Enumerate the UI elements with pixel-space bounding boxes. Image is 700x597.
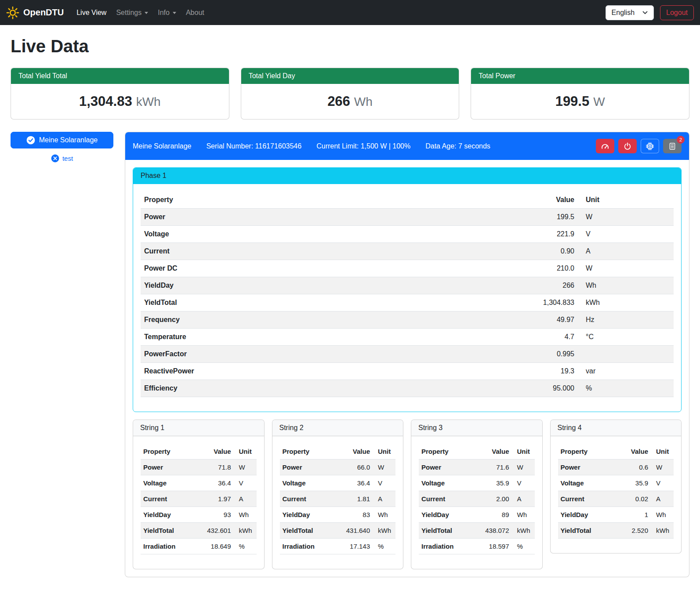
- unit-cell: W: [578, 260, 674, 277]
- value-cell: 49.97: [521, 311, 578, 329]
- property-cell: Voltage: [141, 475, 199, 491]
- table-row: YieldDay89Wh: [419, 507, 535, 523]
- inverter-select-label: Meine Solaranlage: [39, 136, 98, 144]
- property-cell: YieldTotal: [141, 294, 521, 311]
- value-cell: 36.4: [199, 475, 234, 491]
- value-text: 1,304.83: [79, 94, 132, 109]
- table-row: Power71.8W: [141, 460, 257, 475]
- property-cell: Voltage: [280, 475, 339, 491]
- unit-header: Unit: [373, 444, 395, 460]
- property-cell: YieldTotal: [419, 523, 478, 539]
- unit-cell: var: [578, 363, 674, 380]
- value-header: Value: [199, 444, 234, 460]
- phase-card-title: Phase 1: [133, 168, 681, 184]
- property-header: Property: [141, 444, 199, 460]
- inverter-data-age: Data Age: 7 seconds: [425, 142, 490, 150]
- nav-item-about[interactable]: About: [181, 5, 209, 20]
- inverter-item-test[interactable]: test: [11, 154, 113, 163]
- unit-cell: %: [512, 539, 535, 554]
- unit-cell: V: [512, 475, 535, 491]
- property-cell: Current: [280, 491, 339, 507]
- nav-item-label: Live View: [76, 9, 106, 17]
- device-info-button[interactable]: [641, 139, 659, 153]
- property-cell: Temperature: [141, 329, 521, 346]
- inverter-select-button[interactable]: Meine Solaranlage: [11, 132, 113, 148]
- cpu-icon: [646, 142, 654, 151]
- table-row: Current1.97A: [141, 491, 257, 507]
- unit-header: Unit: [578, 192, 674, 209]
- journal-icon: [668, 142, 676, 150]
- nav-item-live-view[interactable]: Live View: [72, 5, 111, 20]
- table-row: Irradiation18.597%: [419, 539, 535, 554]
- unit-cell: Wh: [512, 507, 535, 523]
- main-content: Live Data Total Yield Total 1,304.83kWh …: [0, 25, 700, 589]
- chevron-down-icon: [145, 12, 148, 14]
- inverter-name: Meine Solaranlage: [133, 142, 191, 150]
- property-cell: YieldDay: [141, 507, 199, 523]
- nav-item-settings[interactable]: Settings: [111, 5, 153, 20]
- table-row: YieldDay266Wh: [141, 277, 674, 294]
- table-row: Voltage221.9V: [141, 226, 674, 243]
- unit-cell: kWh: [578, 294, 674, 311]
- table-header-row: Property Value Unit: [419, 444, 535, 460]
- property-cell: Frequency: [141, 311, 521, 329]
- value-cell: 1.81: [338, 491, 373, 507]
- value-cell: 0.02: [617, 491, 651, 507]
- power-control-button[interactable]: [618, 139, 637, 153]
- unit-cell: A: [578, 243, 674, 260]
- navbar: OpenDTU Live View Settings Info About En…: [0, 0, 700, 25]
- unit-header: Unit: [651, 444, 674, 460]
- unit-cell: V: [373, 475, 395, 491]
- brand[interactable]: OpenDTU: [6, 6, 64, 19]
- value-header: Value: [338, 444, 373, 460]
- table-row: YieldTotal1,304.833kWh: [141, 294, 674, 311]
- navbar-right: English Logout: [606, 5, 694, 20]
- value-cell: 89: [478, 507, 512, 523]
- logout-button[interactable]: Logout: [660, 5, 694, 20]
- nav-item-info[interactable]: Info: [153, 5, 181, 20]
- unit-header: Unit: [512, 444, 535, 460]
- power-icon: [624, 142, 631, 150]
- table-row: Current1.81A: [280, 491, 396, 507]
- value-header: Value: [478, 444, 512, 460]
- unit-cell: Wh: [578, 277, 674, 294]
- table-row: Power DC210.0W: [141, 260, 674, 277]
- value-cell: 36.4: [338, 475, 373, 491]
- nav-item-label: Info: [158, 9, 170, 17]
- table-row: YieldDay83Wh: [280, 507, 396, 523]
- table-row: YieldTotal432.601kWh: [141, 523, 257, 539]
- value-cell: 2.00: [478, 491, 512, 507]
- property-cell: ReactivePower: [141, 363, 521, 380]
- limit-settings-button[interactable]: [596, 139, 614, 153]
- property-header: Property: [141, 192, 521, 209]
- chevron-down-icon: [173, 12, 176, 14]
- nav-item-label: Settings: [116, 9, 141, 17]
- card-title: Total Yield Day: [241, 68, 459, 84]
- value-cell: 1: [617, 507, 651, 523]
- table-row: Power66.0W: [280, 460, 396, 475]
- string-card-title: String 2: [272, 420, 403, 436]
- property-cell: Irradiation: [419, 539, 478, 554]
- property-cell: Power: [558, 460, 617, 475]
- inverter-serial: Serial Number: 116171603546: [206, 142, 301, 150]
- table-row: Irradiation18.649%: [141, 539, 257, 554]
- table-row: Power199.5W: [141, 209, 674, 226]
- card-value: 199.5W: [471, 84, 689, 119]
- property-cell: Current: [558, 491, 617, 507]
- property-header: Property: [280, 444, 339, 460]
- unit-header: Unit: [234, 444, 257, 460]
- language-select[interactable]: English: [606, 5, 654, 20]
- unit-cell: %: [373, 539, 395, 554]
- nav-item-label: About: [186, 9, 204, 17]
- property-cell: Power DC: [141, 260, 521, 277]
- brand-label: OpenDTU: [23, 7, 64, 18]
- unit-text: Wh: [354, 95, 373, 109]
- unit-cell: A: [651, 491, 674, 507]
- total-yield-total-card: Total Yield Total 1,304.83kWh: [11, 68, 229, 119]
- property-cell: YieldDay: [280, 507, 339, 523]
- unit-cell: kWh: [512, 523, 535, 539]
- string-4-card: String 4 Property Value Unit: [550, 420, 682, 554]
- string-card-title: String 1: [133, 420, 264, 436]
- value-cell: 71.6: [478, 460, 512, 475]
- event-log-button[interactable]: 2: [663, 139, 682, 153]
